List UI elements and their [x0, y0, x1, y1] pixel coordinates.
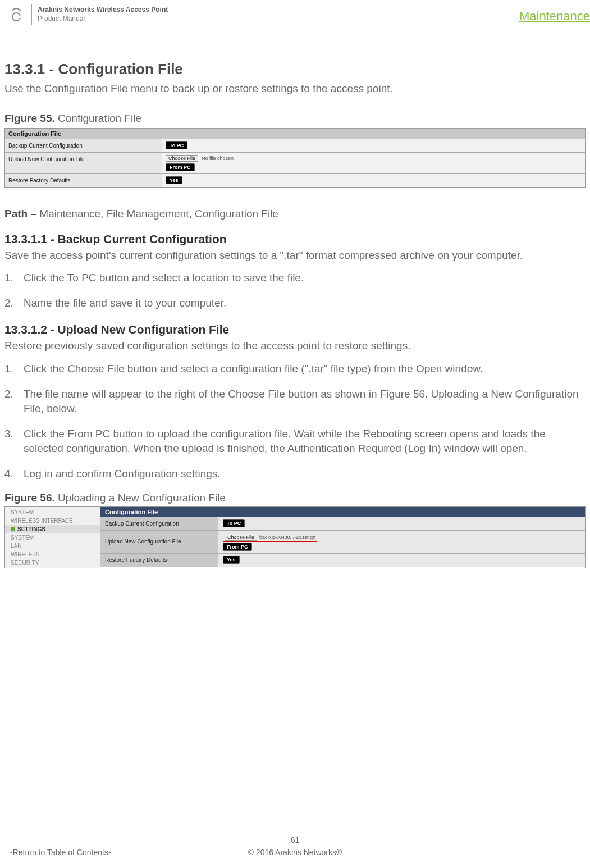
figure-label-rest: Configuration File [55, 112, 141, 124]
choose-file-button[interactable]: Choose File [225, 534, 257, 541]
step-number: 3. [4, 427, 24, 456]
step-number: 1. [4, 362, 24, 377]
highlighted-file-chooser: Choose File backup-AN30...-20.tar.gz [223, 533, 317, 542]
row-value: Choose File No file chosen From PC [162, 153, 585, 173]
sidebar-item[interactable]: SECURITY [5, 559, 100, 567]
choose-file-button[interactable]: Choose File [166, 155, 198, 162]
to-pc-button[interactable]: To PC [223, 519, 245, 527]
figure-55-panel: Configuration File Backup Current Config… [4, 128, 586, 188]
sidebar-item[interactable]: WIRELESS [5, 550, 100, 559]
config-row: Upload New Configuration File Choose Fil… [100, 531, 585, 554]
list-item: 2.The file name will appear to the right… [4, 387, 586, 417]
sidebar-item[interactable]: SYSTEM [5, 508, 100, 517]
subsection-text: Restore previously saved configuration s… [4, 339, 586, 354]
panel-header: Configuration File [100, 507, 585, 517]
figure-55-caption: Figure 55. Configuration File [4, 112, 586, 125]
config-row: Backup Current Configuration To PC [5, 139, 585, 153]
doc-title: Araknis Networks Wireless Access Point [38, 6, 168, 15]
steps-list: 1.Click the Choose File button and selec… [4, 362, 586, 482]
step-text: The file name will appear to the right o… [24, 387, 586, 417]
row-label: Restore Factory Defaults [5, 174, 162, 187]
step-text: Click the From PC button to upload the c… [24, 427, 586, 456]
path-value: Maintenance, File Management, Configurat… [39, 208, 278, 220]
sidebar-item-selected[interactable]: SETTINGS [5, 525, 100, 533]
brand-logo-icon [7, 5, 26, 24]
page-footer: 61 © 2016 Araknis Networks® -Return to T… [0, 835, 590, 857]
row-label: Restore Factory Defaults [100, 554, 218, 567]
step-text: Click the Choose File button and select … [24, 362, 483, 377]
list-item: 2.Name the file and save it to your comp… [4, 296, 586, 311]
subsection-text: Save the access point's current configur… [4, 248, 586, 263]
figure-56-caption: Figure 56. Uploading a New Configuration… [4, 492, 586, 504]
active-dot-icon [11, 527, 15, 531]
path-label: Path – [4, 208, 39, 220]
config-row: Upload New Configuration File Choose Fil… [5, 153, 585, 174]
list-item: 3.Click the From PC button to upload the… [4, 427, 586, 456]
subsection-heading: 13.3.1.1 - Backup Current Configuration [4, 232, 586, 246]
section-intro: Use the Configuration File menu to back … [4, 81, 586, 97]
step-number: 2. [4, 296, 24, 311]
steps-list: 1.Click the To PC button and select a lo… [4, 271, 586, 310]
return-toc-link[interactable]: -Return to Table of Contents- [10, 848, 111, 857]
page-number: 61 [0, 835, 590, 844]
step-number: 4. [4, 467, 24, 482]
section-heading: 13.3.1 - Configuration File [4, 61, 586, 78]
subsection-heading: 13.3.1.2 - Upload New Configuration File [4, 323, 586, 336]
from-pc-button[interactable]: From PC [223, 543, 252, 551]
row-value: Yes [162, 174, 585, 187]
config-row: Backup Current Configuration To PC [100, 517, 585, 531]
sidebar-label: SETTINGS [17, 526, 45, 532]
figure-label-bold: Figure 55. [4, 112, 55, 124]
section-name: Maintenance [519, 9, 590, 24]
row-label: Backup Current Configuration [100, 517, 218, 530]
row-value: Yes [218, 554, 585, 567]
step-text: Name the file and save it to your comput… [24, 296, 226, 311]
figure-56-panel: SYSTEM WIRELESS INTERFACE SETTINGS SYSTE… [4, 506, 586, 568]
yes-button[interactable]: Yes [166, 176, 182, 184]
row-value: To PC [162, 139, 585, 152]
figure-label-rest: Uploading a New Configuration File [55, 492, 226, 504]
figure-label-bold: Figure 56. [4, 492, 55, 504]
row-label: Backup Current Configuration [5, 139, 162, 152]
list-item: 1.Click the To PC button and select a lo… [4, 271, 586, 286]
no-file-text: No file chosen [202, 156, 234, 161]
list-item: 4.Log in and confirm Configuration setti… [4, 467, 586, 482]
path-line: Path – Maintenance, File Management, Con… [4, 208, 586, 220]
step-number: 2. [4, 387, 24, 417]
step-text: Click the To PC button and select a loca… [24, 271, 304, 286]
sidebar-item[interactable]: WIRELESS INTERFACE [5, 517, 100, 525]
row-label: Upload New Configuration File [5, 153, 162, 173]
selected-file-name: backup-AN30...-20.tar.gz [259, 534, 315, 540]
config-row: Restore Factory Defaults Yes [5, 174, 585, 187]
step-number: 1. [4, 271, 24, 286]
file-chooser-row: Choose File No file chosen [166, 155, 234, 162]
sidebar-item[interactable]: LAN [5, 542, 100, 550]
page-header: Araknis Networks Wireless Access Point P… [0, 0, 590, 29]
row-value: Choose File backup-AN30...-20.tar.gz Fro… [218, 531, 585, 553]
sidebar-item[interactable]: SYSTEM [5, 533, 100, 542]
panel-header: Configuration File [5, 129, 585, 139]
list-item: 1.Click the Choose File button and selec… [4, 362, 586, 377]
sidebar-nav: SYSTEM WIRELESS INTERFACE SETTINGS SYSTE… [5, 507, 100, 568]
header-text-block: Araknis Networks Wireless Access Point P… [38, 6, 168, 23]
svg-rect-1 [16, 16, 21, 18]
config-row: Restore Factory Defaults Yes [100, 554, 585, 567]
row-value: To PC [218, 517, 585, 530]
doc-subtitle: Product Manual [38, 15, 168, 24]
row-label: Upload New Configuration File [100, 531, 218, 553]
from-pc-button[interactable]: From PC [166, 163, 195, 171]
step-text: Log in and confirm Configuration setting… [24, 467, 221, 482]
to-pc-button[interactable]: To PC [166, 141, 187, 149]
header-divider [31, 4, 32, 25]
panel-main: Configuration File Backup Current Config… [100, 507, 585, 568]
yes-button[interactable]: Yes [223, 556, 240, 564]
